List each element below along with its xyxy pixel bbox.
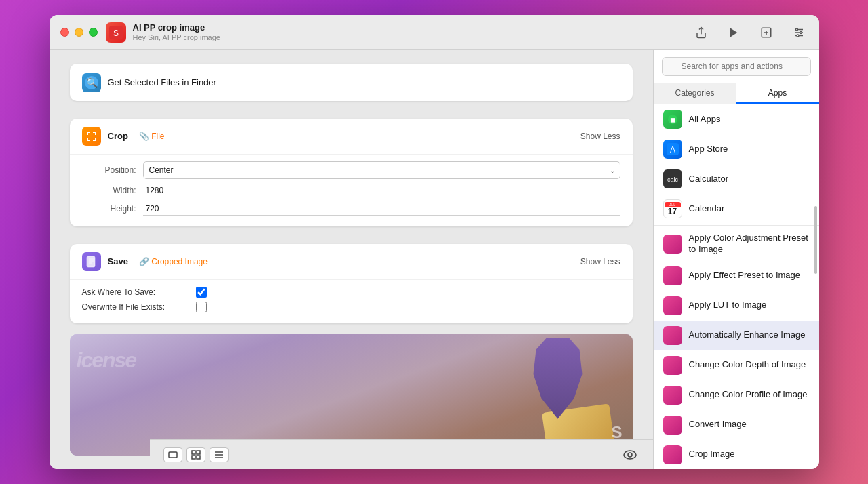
all-apps-label: All Apps — [689, 114, 721, 125]
title-bar-actions — [692, 23, 808, 42]
traffic-lights — [60, 28, 98, 37]
save-step-header: Save 🔗 Cropped Image Show Less — [70, 244, 633, 280]
workflow-panel: 🔍 Get Selected Files in Finder — [50, 50, 653, 469]
calendar-label: Calendar — [689, 203, 725, 215]
preview-image: icense S — [70, 334, 633, 456]
width-label: Width: — [82, 186, 136, 195]
convert-image-icon — [663, 416, 682, 435]
change-color-depth-item[interactable]: Change Color Depth of Image — [654, 350, 819, 380]
calculator-label: Calculator — [689, 174, 729, 185]
crop-step-header: Crop 📎 File Show Less — [70, 119, 633, 155]
calendar-icon: JUL 17 — [663, 199, 682, 218]
svg-text:◼: ◼ — [670, 116, 675, 123]
calculator-item[interactable]: calc Calculator — [654, 164, 819, 194]
view-grid-button[interactable] — [186, 447, 205, 462]
overwrite-label: Overwrite If File Exists: — [82, 302, 191, 312]
svg-rect-19 — [197, 456, 200, 459]
apply-lut-item[interactable]: Apply LUT to Image — [654, 291, 819, 321]
crop-show-less-button[interactable]: Show Less — [580, 132, 620, 141]
calendar-num: 17 — [668, 207, 677, 216]
auto-enhance-item[interactable]: Automatically Enhance Image — [654, 321, 819, 350]
position-select-wrapper: Center Top Left Top Right Bottom Left Bo… — [143, 161, 620, 179]
search-input[interactable] — [662, 57, 811, 76]
svg-rect-15 — [169, 452, 177, 458]
window-subtitle: Hey Siri, AI PP crop image — [133, 33, 220, 42]
search-wrapper: 🔍 — [662, 57, 811, 76]
apply-effect-preset-item[interactable]: Apply Effect Preset to Image — [654, 261, 819, 291]
calendar-item[interactable]: JUL 17 Calendar — [654, 194, 819, 224]
app-store-item[interactable]: A App Store — [654, 134, 819, 164]
all-apps-icon: ◼ — [663, 110, 682, 129]
finder-step-title: Get Selected Files in Finder — [108, 77, 216, 87]
svg-point-8 — [795, 28, 797, 31]
main-window: S AI PP crop image Hey Siri, AI PP crop … — [50, 15, 819, 469]
svg-point-24 — [628, 453, 632, 457]
svg-text:🔍: 🔍 — [85, 77, 98, 89]
all-apps-item[interactable]: ◼ All Apps — [654, 104, 819, 134]
change-color-depth-icon — [663, 356, 682, 375]
scrollbar-track[interactable] — [814, 206, 818, 462]
svg-rect-17 — [197, 451, 200, 454]
svg-rect-13 — [87, 256, 95, 267]
title-bar: S AI PP crop image Hey Siri, AI PP crop … — [50, 15, 819, 50]
scrollbar-thumb[interactable] — [814, 206, 817, 274]
right-panel: 🔍 Categories Apps ◼ — [653, 50, 819, 469]
svg-point-23 — [624, 451, 636, 459]
tab-categories[interactable]: Categories — [654, 83, 736, 104]
change-color-profile-item[interactable]: Change Color Profile of Image — [654, 380, 819, 410]
convert-image-item[interactable]: Convert Image — [654, 410, 819, 440]
apply-color-adjustment-item[interactable]: Apply Color Adjustment Preset to Image — [654, 227, 819, 261]
auto-enhance-label: Automatically Enhance Image — [689, 329, 806, 341]
svg-text:calc: calc — [667, 176, 678, 183]
overwrite-checkbox[interactable] — [196, 302, 207, 312]
height-input[interactable] — [143, 203, 620, 216]
run-button[interactable] — [724, 23, 743, 42]
ask-where-save-checkbox[interactable] — [196, 287, 207, 298]
change-color-profile-icon — [663, 386, 682, 405]
save-show-less-button[interactable]: Show Less — [580, 257, 620, 266]
apply-color-adjustment-icon — [663, 235, 682, 254]
save-to-button[interactable] — [757, 23, 776, 42]
minimize-button[interactable] — [75, 28, 83, 37]
calculator-icon: calc — [663, 169, 682, 188]
tab-row: Categories Apps — [654, 83, 819, 104]
crop-step-tag: 📎 File — [139, 132, 165, 141]
svg-rect-18 — [192, 456, 195, 459]
save-step-tag: 🔗 Cropped Image — [139, 257, 208, 266]
main-content: 🔍 Get Selected Files in Finder — [50, 50, 819, 469]
window-title: AI PP crop image — [133, 22, 220, 33]
auto-enhance-icon — [663, 326, 682, 345]
height-label: Height: — [82, 204, 136, 214]
view-list-button[interactable] — [210, 447, 229, 462]
apply-color-adjustment-label: Apply Color Adjustment Preset to Image — [689, 233, 810, 256]
svg-point-10 — [797, 35, 799, 37]
width-input[interactable] — [143, 184, 620, 197]
preview-image-inner: icense S — [70, 334, 633, 456]
finder-step: 🔍 Get Selected Files in Finder — [70, 64, 633, 101]
maximize-button[interactable] — [89, 28, 98, 37]
tab-apps[interactable]: Apps — [736, 83, 819, 104]
change-color-depth-label: Change Color Depth of Image — [689, 359, 806, 371]
view-single-button[interactable] — [163, 447, 182, 462]
apply-effect-preset-icon — [663, 266, 682, 285]
search-bar: 🔍 — [654, 50, 819, 83]
crop-step-body: Position: Center Top Left Top Right Bott… — [70, 155, 633, 227]
title-info: AI PP crop image Hey Siri, AI PP crop im… — [133, 22, 220, 42]
eye-button[interactable] — [620, 445, 639, 464]
crop-step: Crop 📎 File Show Less Position: Center T… — [70, 119, 633, 227]
share-button[interactable] — [692, 23, 711, 42]
save-step-body: Ask Where To Save: Overwrite If File Exi… — [70, 280, 633, 323]
crop-step-label: Crop — [108, 131, 128, 141]
bottom-toolbar — [150, 439, 653, 469]
position-label: Position: — [82, 165, 136, 175]
height-field-row: Height: — [82, 203, 620, 216]
crop-image-item[interactable]: Crop Image — [654, 440, 819, 469]
svg-text:S: S — [113, 28, 118, 38]
close-button[interactable] — [60, 28, 69, 37]
position-select[interactable]: Center Top Left Top Right Bottom Left Bo… — [143, 161, 620, 179]
svg-rect-16 — [192, 451, 195, 454]
save-step-label: Save — [108, 256, 128, 266]
ask-where-save-row: Ask Where To Save: — [82, 287, 620, 298]
ask-where-save-label: Ask Where To Save: — [82, 287, 191, 297]
options-button[interactable] — [789, 23, 808, 42]
